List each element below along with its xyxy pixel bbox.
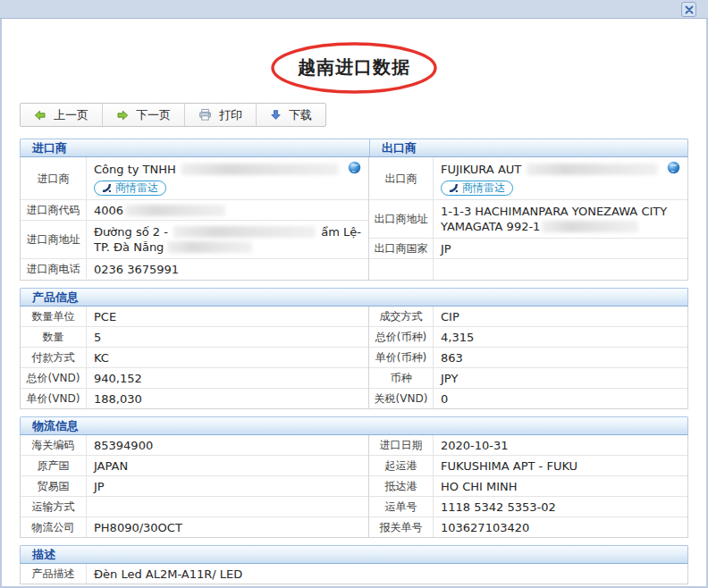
row-label: 海关编码: [21, 435, 87, 455]
row-label: [369, 259, 434, 280]
table-row: 单价(VND)188,030: [21, 388, 368, 408]
row-value: FUKUSHIMA APT - FUKU: [434, 456, 687, 475]
dialog-titlebar: [0, 0, 708, 19]
radar-badge-label: 商情雷达: [115, 181, 158, 195]
table-row: 进口商地址 Đường số 2 - ẩm Lệ- TP. Đà Nẵng: [21, 220, 368, 258]
redaction-blur: [167, 241, 252, 253]
row-value: JPY: [434, 368, 687, 388]
business-radar-badge[interactable]: 商情雷达: [441, 181, 513, 196]
business-radar-badge[interactable]: 商情雷达: [94, 181, 166, 196]
row-label: 抵达港: [369, 476, 434, 496]
importer-header: 进口商: [21, 139, 370, 156]
table-row: 关税(VND)0: [369, 388, 687, 408]
row-label: 总价(VND): [21, 368, 87, 388]
radar-badge-label: 商情雷达: [462, 181, 505, 195]
section-description: 描述 产品描述 Đèn Led AL2M-A11R/ LED: [20, 545, 688, 584]
row-label: 付款方式: [21, 348, 87, 367]
dialog-content: 越南进口数据 上一页 下一页: [0, 19, 708, 588]
table-row: 出口商 FUJIKURA AUT: [369, 157, 687, 199]
row-value: 188,030: [87, 389, 368, 408]
exporter-country-cell: JP: [434, 239, 687, 258]
importer-table: 进口商 Công ty TNHH: [20, 157, 369, 281]
table-row: 进口日期2020-10-31: [369, 435, 687, 455]
exporter-address-cell: 1-1-3 HACHIMANPARA YONEZAWA CITY YAMAGAT…: [434, 200, 687, 238]
globe-icon[interactable]: [348, 161, 361, 178]
arrow-left-icon: [34, 109, 46, 122]
arrow-right-icon: [116, 109, 129, 122]
exporter-name-cell: FUJIKURA AUT: [434, 157, 687, 199]
row-label: 单价(VND): [21, 389, 87, 408]
importer-name-cell: Công ty TNHH: [87, 157, 368, 199]
row-value: KC: [87, 348, 368, 367]
row-label: 进口商地址: [21, 221, 87, 258]
description-header: 描述: [20, 545, 688, 564]
product-description-cell: Đèn Led AL2M-A11R/ LED: [87, 564, 687, 584]
row-label: 报关单号: [369, 517, 434, 537]
logistics-right-table: 进口日期2020-10-31 起运港FUKUSHIMA APT - FUKU 抵…: [369, 435, 688, 538]
exporter-table: 出口商 FUJIKURA AUT: [369, 157, 688, 281]
importer-address-line2: TP. Đà Nẵng: [94, 239, 164, 255]
row-label: 成交方式: [369, 307, 434, 326]
table-row-empty: [369, 258, 687, 280]
redaction-blur: [181, 164, 339, 175]
importer-address-cell: Đường số 2 - ẩm Lệ- TP. Đà Nẵng: [87, 221, 368, 258]
description-table: 产品描述 Đèn Led AL2M-A11R/ LED: [20, 564, 688, 584]
importer-address-line1-end: ẩm Lệ-: [321, 224, 361, 239]
exporter-address-line2: YAMAGATA 992-1: [441, 219, 540, 234]
row-value: CIP: [434, 307, 687, 326]
row-label: 出口商地址: [369, 200, 434, 238]
row-label: 贸易国: [21, 476, 87, 496]
row-value: 5: [87, 327, 368, 347]
globe-icon[interactable]: [667, 161, 680, 178]
table-row: 物流公司PH8090/30OCT: [21, 517, 368, 537]
importer-phone-cell: 0236 3675991: [87, 259, 368, 279]
table-row: 运输方式: [21, 496, 368, 517]
next-page-label: 下一页: [136, 107, 171, 123]
redaction-blur: [542, 221, 638, 232]
next-page-button[interactable]: 下一页: [103, 104, 185, 126]
table-row: 数量5: [21, 326, 368, 347]
table-row: 原产国JAPAN: [21, 455, 368, 475]
section-product-info: 产品信息 数量单位PCE 数量5 付款方式KC 总价(VND)940,152 单…: [20, 288, 688, 409]
row-label: 进口商电话: [21, 259, 87, 279]
importer-address-line1: Đường số 2 -: [94, 224, 168, 239]
download-label: 下载: [289, 107, 312, 123]
table-row: 数量单位PCE: [21, 307, 368, 326]
table-row: 进口商代码 4006: [21, 199, 368, 220]
print-button[interactable]: 打印: [185, 104, 257, 126]
row-label: 运输方式: [21, 497, 87, 517]
row-label: 关税(VND): [369, 389, 434, 408]
logistics-left-table: 海关编码85394900 原产国JAPAN 贸易国JP 运输方式 物流公司PH8…: [20, 435, 369, 538]
exporter-name-text: FUJIKURA AUT: [441, 162, 521, 177]
row-label: 物流公司: [21, 517, 87, 537]
row-value: PCE: [87, 307, 368, 326]
row-value: 2020-10-31: [434, 435, 687, 455]
arrow-down-icon: [270, 109, 282, 121]
row-value: JAPAN: [87, 456, 368, 475]
redaction-blur: [173, 226, 316, 238]
table-row: 运单号1118 5342 5353-02: [369, 496, 687, 517]
download-button[interactable]: 下载: [257, 104, 325, 126]
table-row: 产品描述 Đèn Led AL2M-A11R/ LED: [21, 564, 687, 584]
table-row: 起运港FUKUSHIMA APT - FUKU: [369, 455, 687, 475]
row-label: 进口日期: [369, 435, 434, 455]
table-row: 总价(VND)940,152: [21, 367, 368, 388]
table-row: 进口商电话 0236 3675991: [21, 258, 368, 279]
table-row: 报关单号103627103420: [369, 517, 687, 537]
table-row: 抵达港HO CHI MINH: [369, 475, 687, 496]
close-button[interactable]: [681, 2, 696, 17]
importer-code-text: 4006: [94, 203, 123, 218]
table-row: 成交方式CIP: [369, 307, 687, 326]
row-value: 1118 5342 5353-02: [434, 497, 687, 517]
row-value: 103627103420: [434, 517, 687, 537]
redaction-blur: [125, 205, 225, 216]
row-label: 运单号: [369, 497, 434, 517]
row-label: 数量单位: [21, 307, 87, 326]
row-value: JP: [87, 476, 368, 496]
row-value: 940,152: [87, 368, 368, 388]
prev-page-button[interactable]: 上一页: [21, 104, 103, 126]
section-logistics-info: 物流信息 海关编码85394900 原产国JAPAN 贸易国JP 运输方式 物流…: [20, 416, 688, 538]
table-row: 付款方式KC: [21, 347, 368, 367]
row-label: 进口商代码: [21, 200, 87, 220]
table-row: 币种JPY: [369, 367, 687, 388]
